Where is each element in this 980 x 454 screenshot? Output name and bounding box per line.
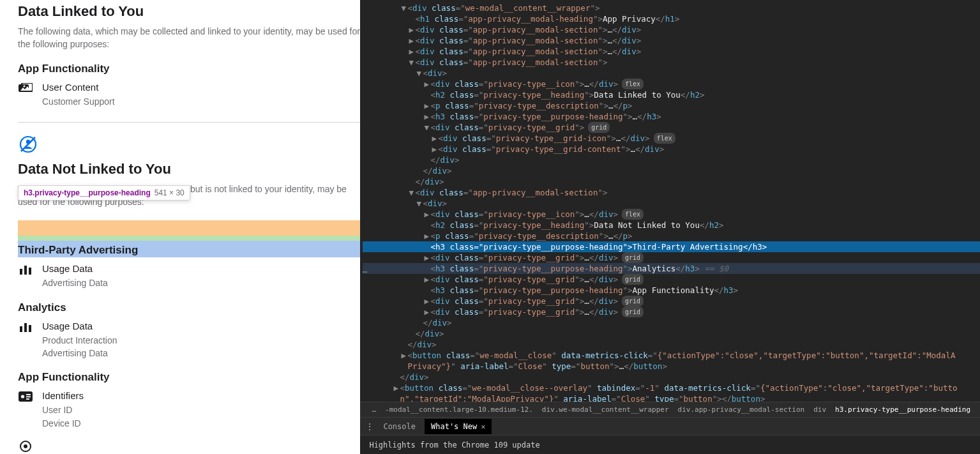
- privacy-desc-linked: The following data, which may be collect…: [18, 25, 365, 51]
- svg-point-18: [24, 444, 27, 448]
- drawer-body: Highlights from the Chrome 109 update: [360, 435, 980, 454]
- svg-rect-15: [26, 397, 31, 398]
- svg-point-2: [24, 85, 26, 87]
- svg-rect-14: [26, 394, 31, 395]
- rendered-page-pane: Data Linked to You The following data, w…: [0, 0, 360, 454]
- svg-point-13: [21, 395, 24, 398]
- privacy-grid-row: Usage Data Product Interaction Advertisi…: [18, 321, 365, 360]
- purpose-heading-analytics: Analytics: [18, 301, 365, 314]
- breadcrumb-item[interactable]: div.we-modal__content__wrapper: [538, 405, 674, 414]
- hovered-dom-node[interactable]: <h3 class="privacy-type__purpose-heading…: [363, 263, 980, 274]
- breadcrumb-item[interactable]: -modal__content.large-10.medium-12.: [381, 405, 538, 414]
- privacy-grid-row: User Content Customer Support: [18, 82, 365, 108]
- line-menu-icon[interactable]: ⋯: [360, 267, 368, 276]
- svg-rect-9: [20, 326, 22, 332]
- tooltip-selector: h3.privacy-type__purpose-heading: [24, 188, 151, 197]
- grid-sub: Customer Support: [42, 95, 365, 108]
- privacy-heading-not-linked: Data Not Linked to You: [18, 161, 365, 178]
- tab-console[interactable]: Console: [377, 419, 422, 434]
- privacy-heading-linked: Data Linked to You: [18, 3, 365, 20]
- svg-rect-11: [29, 325, 31, 332]
- close-icon[interactable]: ✕: [481, 422, 485, 431]
- svg-rect-6: [20, 269, 22, 275]
- grid-title: Usage Data: [42, 321, 365, 331]
- grid-sub: Device ID: [42, 417, 365, 430]
- breadcrumb-item-active[interactable]: h3.privacy-type__purpose-heading: [831, 405, 975, 414]
- grid-sub: User ID: [42, 404, 365, 416]
- tab-whats-new[interactable]: What's New✕: [425, 419, 492, 434]
- svg-rect-7: [24, 266, 27, 275]
- grid-title: Identifiers: [42, 390, 365, 401]
- app-privacy-modal[interactable]: Data Linked to You The following data, w…: [0, 0, 383, 454]
- svg-rect-10: [24, 323, 27, 332]
- svg-rect-8: [29, 268, 31, 275]
- breadcrumb-item[interactable]: div.app-privacy__modal-section: [674, 405, 810, 414]
- inspected-element-highlight: Third-Party Advertising: [18, 244, 365, 257]
- grid-title: User Content: [42, 82, 365, 93]
- privacy-grid-row: Identifiers User ID Device ID: [18, 390, 365, 430]
- breadcrumb-overflow[interactable]: …: [365, 405, 381, 414]
- breadcrumb-bar[interactable]: … -modal__content.large-10.medium-12. di…: [360, 402, 980, 417]
- privacy-grid-row: Usage Data Advertising Data: [18, 263, 365, 289]
- privacy-grid-row: [18, 439, 365, 453]
- purpose-heading-app-functionality: App Functionality: [18, 63, 365, 75]
- usage-data-icon: [18, 321, 33, 360]
- identifiers-icon: [18, 390, 33, 430]
- svg-line-5: [21, 137, 35, 151]
- section-divider: [18, 122, 365, 123]
- breadcrumb-item[interactable]: div: [809, 405, 831, 414]
- devtools-panel: ⋯ ▼<div class="we-modal__content__wrappe…: [360, 0, 980, 454]
- usage-data-icon: [18, 263, 33, 289]
- purpose-heading-app-functionality-2: App Functionality: [18, 371, 365, 384]
- grid-title: Usage Data: [42, 263, 365, 274]
- grid-sub: Advertising Data: [42, 347, 365, 359]
- svg-rect-16: [26, 398, 29, 400]
- drawer-tabs: ⋮ Console What's New✕: [360, 417, 980, 435]
- gear-icon: [18, 439, 33, 453]
- grid-sub: Product Interaction: [42, 334, 365, 347]
- whats-new-headline: Highlights from the Chrome 109 update: [369, 441, 539, 450]
- user-content-icon: [18, 82, 33, 108]
- purpose-heading-third-party-adv: Third-Party Advertising: [18, 244, 365, 257]
- drawer-menu-icon[interactable]: ⋮: [365, 421, 374, 432]
- tooltip-dimensions: 541 × 30: [155, 188, 185, 197]
- grid-sub: Advertising Data: [42, 276, 365, 289]
- selected-dom-node[interactable]: <h3 class="privacy-type__purpose-heading…: [363, 241, 980, 252]
- element-inspect-tooltip: h3.privacy-type__purpose-heading 541 × 3…: [18, 185, 190, 201]
- elements-dom-tree[interactable]: ▼<div class="we-modal__content__wrapper"…: [360, 0, 980, 402]
- not-linked-icon: [18, 134, 365, 157]
